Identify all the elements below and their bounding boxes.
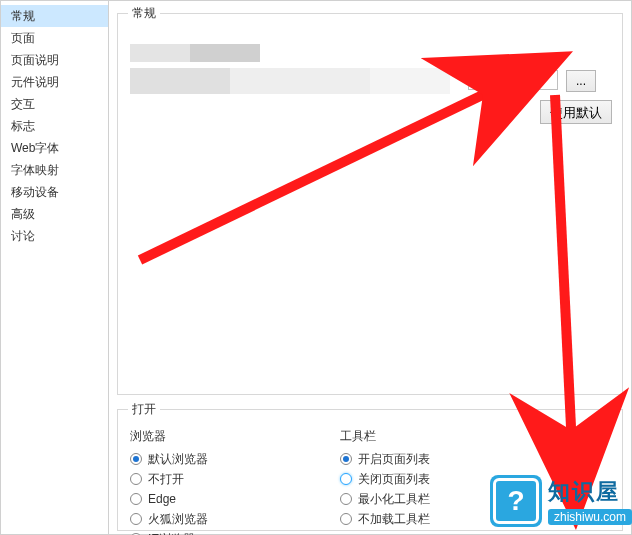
question-mark-icon: ?: [507, 485, 524, 517]
radio-no-open[interactable]: 不打开: [128, 469, 298, 489]
radio-open-pagelist[interactable]: 开启页面列表: [338, 449, 508, 469]
sidebar-item-page[interactable]: 页面: [1, 27, 108, 49]
radio-label: 不打开: [148, 470, 184, 488]
radio-icon: [340, 493, 352, 505]
sidebar-item-discuss[interactable]: 讨论: [1, 225, 108, 247]
radio-no-toolbar[interactable]: 不加载工具栏: [338, 509, 508, 529]
sidebar-item-label: 高级: [11, 207, 35, 221]
group-general-legend: 常规: [128, 5, 160, 22]
radio-firefox[interactable]: 火狐浏览器: [128, 509, 298, 529]
sidebar-item-label: 讨论: [11, 229, 35, 243]
watermark-brand-cn: 知识屋: [548, 477, 632, 507]
redacted-area: [130, 44, 500, 96]
browse-button[interactable]: ...: [566, 70, 596, 92]
radio-icon: [130, 453, 142, 465]
sidebar-item-label: 常规: [11, 9, 35, 23]
sidebar-item-label: 交互: [11, 97, 35, 111]
radio-label: IE浏览器: [148, 530, 195, 535]
sidebar-item-interactions[interactable]: 交互: [1, 93, 108, 115]
main-panel: 常规 ... 使用默认 打开 浏览器 默认浏览器 不打开 Edge 火狐浏览器 …: [109, 1, 631, 534]
radio-icon: [340, 453, 352, 465]
sidebar-item-logo[interactable]: 标志: [1, 115, 108, 137]
toolbar-column: 工具栏 开启页面列表 关闭页面列表 最小化工具栏 不加载工具栏: [338, 428, 508, 535]
radio-icon: [340, 513, 352, 525]
sidebar-item-label: 页面: [11, 31, 35, 45]
sidebar-item-page-notes[interactable]: 页面说明: [1, 49, 108, 71]
radio-close-pagelist[interactable]: 关闭页面列表: [338, 469, 508, 489]
radio-label: 火狐浏览器: [148, 510, 208, 528]
group-general: 常规 ... 使用默认: [117, 5, 623, 395]
radio-icon: [340, 473, 352, 485]
radio-label: 默认浏览器: [148, 450, 208, 468]
radio-min-toolbar[interactable]: 最小化工具栏: [338, 489, 508, 509]
radio-default-browser[interactable]: 默认浏览器: [128, 449, 298, 469]
radio-edge[interactable]: Edge: [128, 489, 298, 509]
radio-icon: [130, 493, 142, 505]
radio-label: 关闭页面列表: [358, 470, 430, 488]
browser-title: 浏览器: [130, 428, 298, 445]
radio-ie[interactable]: IE浏览器: [128, 529, 298, 535]
radio-label: 开启页面列表: [358, 450, 430, 468]
watermark: ? 知识屋 zhishiwu.com: [490, 475, 632, 527]
radio-label: Edge: [148, 490, 176, 508]
sidebar-item-label: 页面说明: [11, 53, 59, 67]
radio-label: 不加载工具栏: [358, 510, 430, 528]
settings-sidebar: 常规 页面 页面说明 元件说明 交互 标志 Web字体 字体映射 移动设备 高级…: [1, 1, 109, 534]
watermark-brand-en: zhishiwu.com: [548, 509, 632, 525]
sidebar-item-webfonts[interactable]: Web字体: [1, 137, 108, 159]
radio-icon: [130, 513, 142, 525]
radio-label: 最小化工具栏: [358, 490, 430, 508]
sidebar-item-label: 字体映射: [11, 163, 59, 177]
sidebar-item-widget-notes[interactable]: 元件说明: [1, 71, 108, 93]
radio-icon: [130, 473, 142, 485]
browser-column: 浏览器 默认浏览器 不打开 Edge 火狐浏览器 IE浏览器: [128, 428, 298, 535]
group-open-legend: 打开: [128, 401, 160, 418]
watermark-icon: ?: [490, 475, 542, 527]
toolbar-title: 工具栏: [340, 428, 508, 445]
sidebar-item-label: 元件说明: [11, 75, 59, 89]
sidebar-item-label: 标志: [11, 119, 35, 133]
sidebar-item-general[interactable]: 常规: [1, 5, 108, 27]
sidebar-item-font-mapping[interactable]: 字体映射: [1, 159, 108, 181]
output-path-input[interactable]: [468, 70, 558, 90]
sidebar-item-mobile[interactable]: 移动设备: [1, 181, 108, 203]
use-default-button[interactable]: 使用默认: [540, 100, 612, 124]
sidebar-item-label: 移动设备: [11, 185, 59, 199]
sidebar-item-label: Web字体: [11, 141, 59, 155]
sidebar-item-advanced[interactable]: 高级: [1, 203, 108, 225]
